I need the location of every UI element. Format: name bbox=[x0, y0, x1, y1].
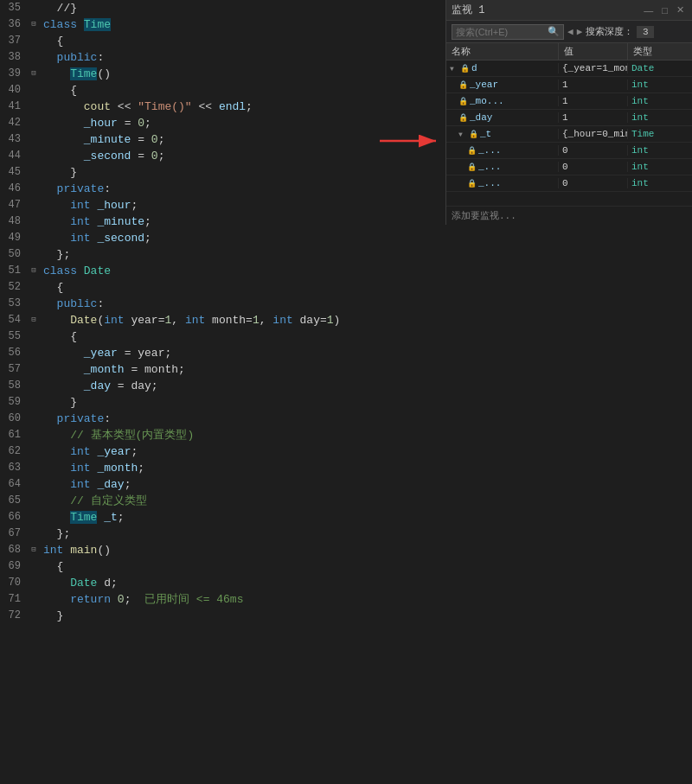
next-result-icon[interactable]: ▶ bbox=[577, 26, 583, 37]
watch-toolbar: 🔍 ◀ ▶ 搜索深度： 3 bbox=[446, 21, 692, 43]
lock-icon-minute: 🔒 bbox=[467, 163, 477, 172]
table-row: 66 Time _t; bbox=[0, 509, 692, 526]
line-gutter bbox=[28, 164, 40, 181]
table-row: 63 int _month; bbox=[0, 460, 692, 476]
watch-row-month[interactable]: 🔒 _mo... 1 int bbox=[446, 93, 692, 110]
line-gutter bbox=[28, 526, 40, 542]
watch-name-second: 🔒 _... bbox=[446, 178, 559, 188]
watch-label-d: d bbox=[471, 63, 477, 73]
search-icon[interactable]: 🔍 bbox=[548, 26, 560, 37]
line-content: _year = year; bbox=[40, 345, 692, 361]
watch-label-second: _... bbox=[478, 178, 501, 188]
watch-label-t: _t bbox=[480, 129, 491, 139]
line-number: 38 bbox=[0, 49, 28, 66]
table-row: 69 { bbox=[0, 558, 692, 575]
watch-row-day[interactable]: 🔒 _day 1 int bbox=[446, 110, 692, 126]
watch-row-year[interactable]: 🔒 _year 1 int bbox=[446, 77, 692, 93]
line-number: 58 bbox=[0, 378, 28, 394]
line-content: Date d; bbox=[40, 575, 692, 591]
maximize-button[interactable]: □ bbox=[659, 4, 670, 16]
line-number: 68 bbox=[0, 542, 28, 558]
line-gutter bbox=[28, 296, 40, 312]
watch-type-minute: int bbox=[628, 162, 692, 172]
line-number: 62 bbox=[0, 443, 28, 460]
watch-type-d: Date bbox=[628, 63, 692, 73]
prev-result-icon[interactable]: ◀ bbox=[567, 26, 573, 37]
line-content: class Date bbox=[40, 263, 692, 279]
line-gutter bbox=[28, 460, 40, 476]
line-number: 36 bbox=[0, 16, 28, 33]
line-gutter: ⊟ bbox=[28, 542, 40, 558]
line-gutter bbox=[28, 99, 40, 115]
table-row: 64 int _day; bbox=[0, 476, 692, 493]
line-number: 52 bbox=[0, 279, 28, 296]
col-name-header: 名称 bbox=[446, 43, 559, 60]
line-content: // 基本类型(内置类型) bbox=[40, 427, 692, 443]
watch-value-t: {_hour=0_minute=0_s... bbox=[559, 129, 628, 139]
fold-icon[interactable]: ⊟ bbox=[31, 312, 35, 328]
line-content: public: bbox=[40, 296, 692, 312]
fold-icon[interactable]: ⊟ bbox=[31, 542, 35, 558]
table-row: 61 // 基本类型(内置类型) bbox=[0, 427, 692, 443]
line-number: 56 bbox=[0, 345, 28, 361]
watch-row-second[interactable]: 🔒 _... 0 int bbox=[446, 175, 692, 192]
line-gutter bbox=[28, 0, 40, 16]
line-content: return 0; 已用时间 <= 46ms bbox=[40, 591, 692, 608]
fold-icon[interactable]: ⊟ bbox=[31, 263, 35, 279]
line-content: }; bbox=[40, 246, 692, 263]
watch-panel: 监视 1 — □ ✕ 🔍 ◀ ▶ 搜索深度： 3 名称 值 类型 bbox=[445, 0, 692, 225]
close-button[interactable]: ✕ bbox=[674, 3, 687, 16]
line-gutter bbox=[28, 608, 40, 624]
line-number: 43 bbox=[0, 131, 28, 148]
fold-icon[interactable]: ⊟ bbox=[31, 66, 35, 82]
line-gutter bbox=[28, 378, 40, 394]
watch-type-t: Time bbox=[628, 129, 692, 139]
watch-name-year: 🔒 _year bbox=[446, 80, 559, 90]
table-row: 52 { bbox=[0, 279, 692, 296]
table-row: 53 public: bbox=[0, 296, 692, 312]
line-number: 72 bbox=[0, 608, 28, 624]
watch-name-d: ▼ 🔒 d bbox=[446, 63, 559, 73]
line-gutter: ⊟ bbox=[28, 263, 40, 279]
line-gutter bbox=[28, 361, 40, 378]
expand-icon-d[interactable]: ▼ bbox=[450, 65, 458, 73]
line-number: 40 bbox=[0, 82, 28, 99]
search-input[interactable] bbox=[456, 27, 546, 37]
line-content: int _month; bbox=[40, 460, 692, 476]
line-number: 70 bbox=[0, 575, 28, 591]
watch-row-d[interactable]: ▼ 🔒 d {_year=1_month=1_d... Date bbox=[446, 61, 692, 77]
watch-name-t: ▼ 🔒 _t bbox=[446, 129, 559, 139]
watch-name-day: 🔒 _day bbox=[446, 112, 559, 123]
line-content: int _year; bbox=[40, 443, 692, 460]
line-content: } bbox=[40, 394, 692, 411]
fold-icon[interactable]: ⊟ bbox=[31, 16, 35, 33]
line-content: _month = month; bbox=[40, 361, 692, 378]
depth-value: 3 bbox=[637, 26, 654, 38]
lock-icon-month: 🔒 bbox=[458, 97, 468, 106]
line-number: 44 bbox=[0, 148, 28, 164]
watch-value-month: 1 bbox=[559, 96, 628, 106]
watch-row-t[interactable]: ▼ 🔒 _t {_hour=0_minute=0_s... Time bbox=[446, 126, 692, 143]
lock-icon-second: 🔒 bbox=[467, 179, 477, 188]
line-number: 60 bbox=[0, 411, 28, 427]
line-content: // 自定义类型 bbox=[40, 493, 692, 509]
expand-icon-t[interactable]: ▼ bbox=[458, 131, 467, 138]
watch-row-minute[interactable]: 🔒 _... 0 int bbox=[446, 159, 692, 175]
depth-label: 搜索深度： bbox=[586, 25, 633, 38]
watch-row-hour[interactable]: 🔒 _... 0 int bbox=[446, 143, 692, 159]
line-gutter bbox=[28, 115, 40, 131]
line-number: 64 bbox=[0, 476, 28, 493]
line-content: int _day; bbox=[40, 476, 692, 493]
watch-name-hour: 🔒 _... bbox=[446, 145, 559, 156]
line-gutter bbox=[28, 394, 40, 411]
minimize-button[interactable]: — bbox=[641, 4, 656, 16]
watch-rows: ▼ 🔒 d {_year=1_month=1_d... Date 🔒 _year… bbox=[446, 61, 692, 206]
table-row: 54 ⊟ Date(int year=1, int month=1, int d… bbox=[0, 312, 692, 328]
line-gutter bbox=[28, 82, 40, 99]
line-number: 37 bbox=[0, 33, 28, 49]
add-watch[interactable]: 添加要监视... bbox=[446, 206, 692, 225]
line-number: 69 bbox=[0, 558, 28, 575]
line-gutter bbox=[28, 558, 40, 575]
line-number: 42 bbox=[0, 115, 28, 131]
table-row: 57 _month = month; bbox=[0, 361, 692, 378]
